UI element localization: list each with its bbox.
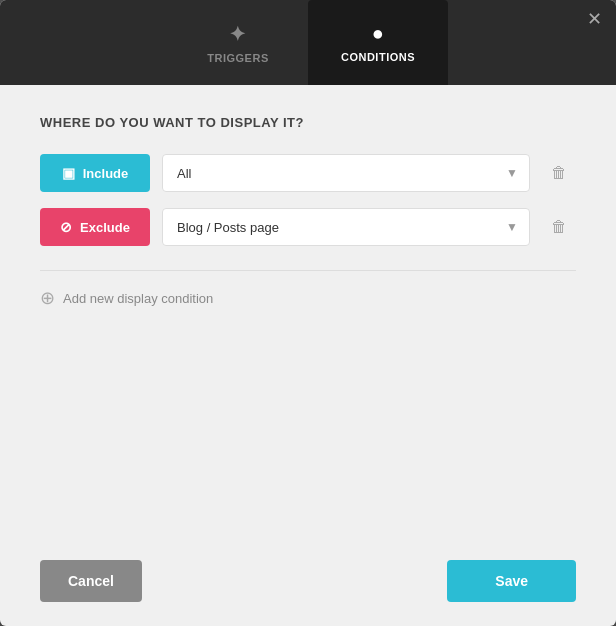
include-icon: ▣: [62, 165, 75, 181]
trash-icon: 🗑: [551, 164, 567, 182]
modal-footer: Cancel Save: [0, 544, 616, 626]
save-button[interactable]: Save: [447, 560, 576, 602]
add-condition-button[interactable]: ⊕ Add new display condition: [40, 287, 576, 309]
include-select-wrapper: All Front Page Blog / Posts page Single …: [162, 154, 530, 192]
close-button[interactable]: ✕: [587, 10, 602, 28]
section-title: WHERE DO YOU WANT TO DISPLAY IT?: [40, 115, 576, 130]
conditions-tab-label: CONDITIONS: [341, 51, 415, 63]
include-select[interactable]: All Front Page Blog / Posts page Single …: [162, 154, 530, 192]
exclude-select-wrapper: Blog / Posts page All Front Page Single …: [162, 208, 530, 246]
trash-icon-2: 🗑: [551, 218, 567, 236]
add-condition-label: Add new display condition: [63, 291, 213, 306]
cancel-button[interactable]: Cancel: [40, 560, 142, 602]
exclude-button[interactable]: ⊘ Exclude: [40, 208, 150, 246]
include-label: Include: [83, 166, 129, 181]
triggers-icon: ✦: [229, 22, 247, 46]
tab-triggers[interactable]: ✦ TRIGGERS: [168, 0, 308, 85]
include-button[interactable]: ▣ Include: [40, 154, 150, 192]
include-delete-button[interactable]: 🗑: [542, 156, 576, 190]
exclude-select[interactable]: Blog / Posts page All Front Page Single …: [162, 208, 530, 246]
divider: [40, 270, 576, 271]
exclude-label: Exclude: [80, 220, 130, 235]
conditions-icon: ●: [372, 22, 385, 45]
modal-header: ✕ ✦ TRIGGERS ● CONDITIONS: [0, 0, 616, 85]
triggers-tab-label: TRIGGERS: [207, 52, 268, 64]
exclude-row: ⊘ Exclude Blog / Posts page All Front Pa…: [40, 208, 576, 246]
tab-conditions[interactable]: ● CONDITIONS: [308, 0, 448, 85]
exclude-delete-button[interactable]: 🗑: [542, 210, 576, 244]
exclude-icon: ⊘: [60, 219, 72, 235]
add-icon: ⊕: [40, 287, 55, 309]
include-row: ▣ Include All Front Page Blog / Posts pa…: [40, 154, 576, 192]
modal-body: WHERE DO YOU WANT TO DISPLAY IT? ▣ Inclu…: [0, 85, 616, 544]
modal-container: ✕ ✦ TRIGGERS ● CONDITIONS WHERE DO YOU W…: [0, 0, 616, 626]
